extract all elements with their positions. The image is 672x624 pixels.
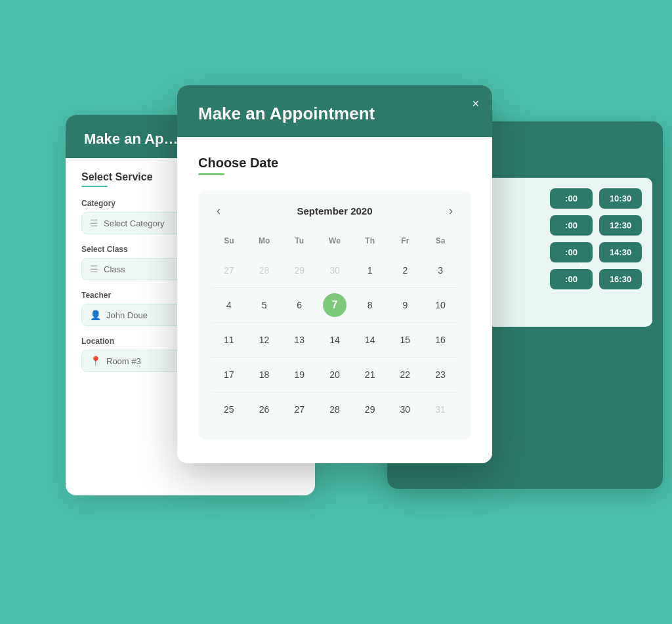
day-cell[interactable]: 28 xyxy=(247,253,282,288)
time-btn-1200[interactable]: :00 xyxy=(550,215,593,236)
time-btn-1030[interactable]: 10:30 xyxy=(599,188,642,209)
day-cell[interactable]: 14 xyxy=(317,323,352,358)
day-cell[interactable]: 15 xyxy=(388,323,423,358)
time-btn-1000[interactable]: :00 xyxy=(550,188,593,209)
day-cell[interactable]: 21 xyxy=(352,358,388,392)
teacher-icon: 👤 xyxy=(90,310,101,320)
day-cell[interactable]: 6 xyxy=(282,288,317,323)
table-row: 4 5 6 7 8 9 10 xyxy=(211,288,458,323)
day-cell[interactable]: 14 xyxy=(352,323,388,358)
prev-month-button[interactable]: ‹ xyxy=(211,201,226,220)
category-placeholder: Select Category xyxy=(104,218,165,228)
time-btn-1430[interactable]: 14:30 xyxy=(599,242,642,262)
calendar-month-year: September 2020 xyxy=(297,205,372,217)
class-placeholder: Class xyxy=(104,264,125,274)
day-cell[interactable]: 16 xyxy=(423,323,458,358)
calendar-container: ‹ September 2020 › Su Mo Tu We Th Fr Sa xyxy=(198,191,471,440)
teacher-value: John Doue xyxy=(106,310,148,320)
front-modal-body: Choose Date ‹ September 2020 › Su Mo Tu … xyxy=(177,137,492,463)
location-icon: 📍 xyxy=(90,356,101,366)
day-cell[interactable]: 9 xyxy=(388,288,423,323)
time-btn-1230[interactable]: 12:30 xyxy=(599,215,642,236)
day-cell[interactable]: 12 xyxy=(247,323,282,358)
day-cell[interactable]: 19 xyxy=(282,358,317,392)
next-month-button[interactable]: › xyxy=(444,201,458,220)
col-header-fr: Fr xyxy=(388,232,423,253)
calendar-nav: ‹ September 2020 › xyxy=(211,201,458,220)
col-header-tu: Tu xyxy=(282,232,317,253)
time-btn-1630[interactable]: 16:30 xyxy=(599,269,642,289)
table-row: 27 28 29 30 1 2 3 xyxy=(211,253,458,288)
front-modal-close-button[interactable]: × xyxy=(472,97,479,111)
table-row: 17 18 19 20 21 22 23 xyxy=(211,358,458,392)
category-icon: ☰ xyxy=(90,218,98,228)
day-cell[interactable]: 27 xyxy=(282,392,317,427)
col-header-th: Th xyxy=(352,232,388,253)
day-cell[interactable]: 18 xyxy=(247,358,282,392)
col-header-mo: Mo xyxy=(247,232,282,253)
table-row: 25 26 27 28 29 30 31 xyxy=(211,392,458,427)
table-row: 11 12 13 14 14 15 16 xyxy=(211,323,458,358)
back-card-right-close[interactable]: × xyxy=(578,259,584,271)
day-cell[interactable]: 22 xyxy=(388,358,423,392)
day-cell[interactable]: 29 xyxy=(352,392,388,427)
day-cell[interactable]: 8 xyxy=(352,288,388,323)
choose-date-title: Choose Date xyxy=(198,156,471,171)
day-cell[interactable]: 31 xyxy=(423,392,458,427)
day-cell[interactable]: 4 xyxy=(211,288,247,323)
day-cell[interactable]: 2 xyxy=(388,253,423,288)
col-header-we: We xyxy=(317,232,352,253)
calendar-grid: Su Mo Tu We Th Fr Sa 27 28 29 xyxy=(211,232,458,426)
day-cell[interactable]: 23 xyxy=(423,358,458,392)
select-service-underline xyxy=(81,186,108,187)
front-modal-header: Make an Appointment × xyxy=(177,85,492,137)
day-cell[interactable]: 27 xyxy=(211,253,247,288)
day-cell[interactable]: 29 xyxy=(282,253,317,288)
day-cell[interactable]: 10 xyxy=(423,288,458,323)
day-cell[interactable]: 20 xyxy=(317,358,352,392)
day-cell[interactable]: 11 xyxy=(211,323,247,358)
front-modal-title: Make an Appointment xyxy=(198,104,471,124)
day-cell[interactable]: 25 xyxy=(211,392,247,427)
day-cell[interactable]: 1 xyxy=(352,253,388,288)
day-cell[interactable]: 30 xyxy=(317,253,352,288)
time-btn-1600[interactable]: :00 xyxy=(550,269,593,289)
col-header-su: Su xyxy=(211,232,247,253)
time-btn-1400[interactable]: :00 xyxy=(550,242,593,262)
day-cell[interactable]: 26 xyxy=(247,392,282,427)
day-cell-selected[interactable]: 7 xyxy=(317,288,352,323)
day-cell[interactable]: 30 xyxy=(388,392,423,427)
day-cell[interactable]: 5 xyxy=(247,288,282,323)
front-modal: Make an Appointment × Choose Date ‹ Sept… xyxy=(177,85,492,463)
choose-date-underline xyxy=(198,173,224,175)
day-cell[interactable]: 3 xyxy=(423,253,458,288)
day-cell[interactable]: 28 xyxy=(317,392,352,427)
location-value: Room #3 xyxy=(106,356,141,366)
col-header-sa: Sa xyxy=(423,232,458,253)
day-cell[interactable]: 17 xyxy=(211,358,247,392)
class-icon: ☰ xyxy=(90,264,98,274)
day-cell[interactable]: 13 xyxy=(282,323,317,358)
